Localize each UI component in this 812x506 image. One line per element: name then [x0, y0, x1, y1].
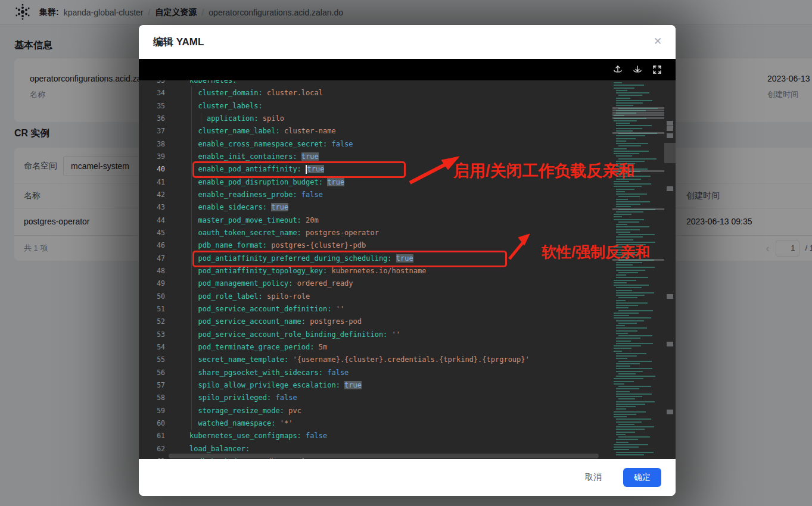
annotation-text-preferred: 软性/强制反亲和: [542, 242, 650, 262]
editor-toolbar: [139, 59, 676, 80]
code-line-51: 51 pod_service_account_definition: '': [139, 303, 612, 316]
code-line-33: 33kubernetes:: [139, 80, 612, 87]
modal-footer: 取消 确定: [139, 459, 676, 496]
code-line-57: 57 spilo_allow_privilege_escalation: tru…: [139, 379, 612, 392]
modal-header: 编辑 YAML ✕: [139, 25, 676, 59]
code-line-36: 36 application: spilo: [139, 113, 612, 125]
code-line-45: 45 oauth_token_secret_name: postgres-ope…: [139, 227, 612, 239]
fullscreen-icon[interactable]: [652, 64, 662, 75]
code-line-50: 50 pod_role_label: spilo-role: [139, 291, 612, 303]
code-line-49: 49 pod_management_policy: ordered_ready: [139, 277, 612, 290]
annotation-text-antiaffinity: 启用/关闭工作负载反亲和: [453, 160, 635, 182]
code-line-38: 38 enable_cross_namespace_secret: false: [139, 138, 612, 151]
code-line-54: 54 pod_terminate_grace_period: 5m: [139, 341, 612, 354]
annotation-box-preferred-during-scheduling: [192, 251, 507, 267]
ok-button[interactable]: 确定: [623, 468, 661, 487]
code-line-60: 60 watched_namespace: '*': [139, 417, 612, 430]
code-line-56: 56 share_pgsocket_with_sidecars: false: [139, 367, 612, 379]
code-line-53: 53 pod_service_account_role_binding_defi…: [139, 329, 612, 341]
code-line-44: 44 master_pod_move_timeout: 20m: [139, 214, 612, 227]
yaml-editor[interactable]: 33kubernetes:34 cluster_domain: cluster.…: [139, 80, 676, 459]
code-line-59: 59 storage_resize_mode: pvc: [139, 405, 612, 417]
edit-yaml-modal: 编辑 YAML ✕ 33kubernetes:34 cluster_domain…: [139, 25, 676, 496]
code-line-35: 35 cluster_labels:: [139, 100, 612, 113]
upload-icon[interactable]: [612, 64, 623, 75]
code-line-43: 43 enable_sidecars: true: [139, 201, 612, 214]
code-line-37: 37 cluster_name_label: cluster-name: [139, 125, 612, 138]
code-line-58: 58 spilo_privileged: false: [139, 392, 612, 404]
annotation-box-enable-pod-antiaffinity: [192, 161, 406, 178]
vertical-scrollbar[interactable]: [664, 80, 676, 459]
modal-title: 编辑 YAML: [153, 25, 204, 59]
close-icon[interactable]: ✕: [652, 36, 664, 48]
download-icon[interactable]: [632, 64, 643, 75]
cancel-button[interactable]: 取消: [581, 471, 605, 483]
code-line-52: 52 pod_service_account_name: postgres-po…: [139, 316, 612, 328]
code-line-34: 34 cluster_domain: cluster.local: [139, 87, 612, 99]
minimap[interactable]: [612, 80, 664, 459]
code-line-55: 55 secret_name_template: '{username}.{cl…: [139, 354, 612, 366]
horizontal-scrollbar[interactable]: [169, 454, 599, 458]
code-line-61: 61kubernetes_use_configmaps: false: [139, 430, 612, 442]
code-line-42: 42 enable_readiness_probe: false: [139, 189, 612, 201]
